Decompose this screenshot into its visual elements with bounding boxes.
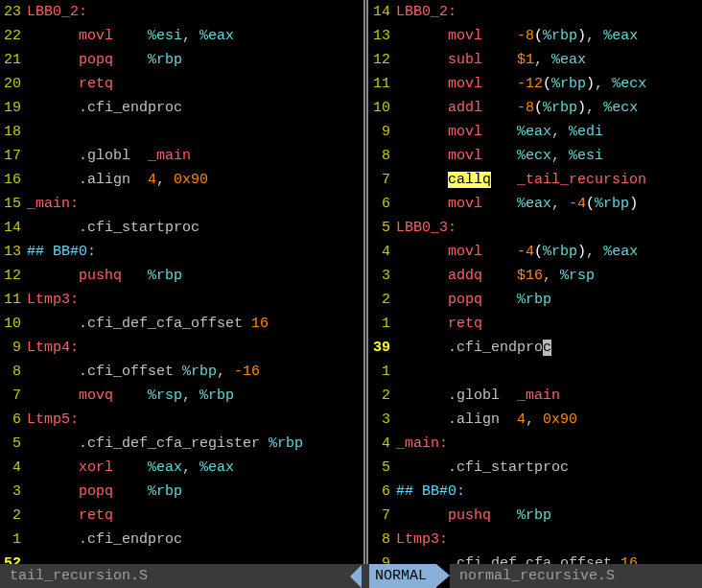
code-content: .align 4, 0x90 bbox=[396, 408, 702, 432]
code-line[interactable]: 3 .align 4, 0x90 bbox=[369, 408, 702, 432]
code-content: pushq %rbp bbox=[27, 264, 369, 288]
code-line[interactable]: 9 movl %eax, %edi bbox=[369, 120, 702, 144]
code-line[interactable]: 5 .cfi_def_cfa_register %rbp bbox=[0, 432, 369, 456]
code-line[interactable]: 6## BB#0: bbox=[369, 480, 702, 504]
code-line[interactable]: 10 .cfi_def_cfa_offset 16 bbox=[0, 312, 369, 336]
code-line[interactable]: 8 movl %ecx, %esi bbox=[369, 144, 702, 168]
code-content: xorl %eax, %eax bbox=[27, 456, 369, 480]
right-filename-tab[interactable]: normal_recursive.S bbox=[450, 564, 702, 588]
line-number: 17 bbox=[0, 144, 27, 168]
code-line[interactable]: 14 .cfi_startproc bbox=[0, 216, 369, 240]
code-content: callq _tail_recursion bbox=[396, 168, 702, 192]
line-number: 9 bbox=[369, 552, 396, 564]
line-number: 13 bbox=[0, 240, 27, 264]
line-number: 7 bbox=[369, 504, 396, 528]
code-line[interactable]: 19 .cfi_endproc bbox=[0, 96, 369, 120]
vim-mode-indicator: NORMAL bbox=[369, 564, 436, 588]
code-content: .cfi_offset %rbp, -16 bbox=[27, 360, 369, 384]
code-line[interactable]: 2 retq bbox=[0, 504, 369, 528]
code-content: popq %rbp bbox=[27, 48, 369, 72]
code-content: _main: bbox=[396, 432, 702, 456]
code-content: Ltmp3: bbox=[27, 288, 369, 312]
code-line[interactable]: 6Ltmp5: bbox=[0, 408, 369, 432]
left-filename: tail_recursion.S bbox=[10, 564, 148, 588]
line-number: 4 bbox=[369, 432, 396, 456]
code-line[interactable]: 13 movl -8(%rbp), %eax bbox=[369, 24, 702, 48]
line-number: 12 bbox=[0, 264, 27, 288]
code-line[interactable]: 8 .cfi_offset %rbp, -16 bbox=[0, 360, 369, 384]
line-number: 5 bbox=[0, 432, 27, 456]
line-number: 14 bbox=[369, 0, 396, 24]
code-content: retq bbox=[27, 504, 369, 528]
code-line[interactable]: 4 movl -4(%rbp), %eax bbox=[369, 240, 702, 264]
code-line[interactable]: 22 movl %esi, %eax bbox=[0, 24, 369, 48]
line-number: 5 bbox=[369, 216, 396, 240]
code-line[interactable]: 20 retq bbox=[0, 72, 369, 96]
left-filename-tab[interactable]: tail_recursion.S bbox=[0, 564, 369, 588]
line-number: 8 bbox=[369, 144, 396, 168]
code-line[interactable]: 2 .globl _main bbox=[369, 384, 702, 408]
code-line[interactable]: 7 callq _tail_recursion bbox=[369, 168, 702, 192]
code-line[interactable]: 1 .cfi_endproc bbox=[0, 528, 369, 552]
code-content: .cfi_startproc bbox=[27, 216, 369, 240]
code-content: ## BB#0: bbox=[396, 480, 702, 504]
line-number: 13 bbox=[369, 24, 396, 48]
code-line[interactable]: 4_main: bbox=[369, 432, 702, 456]
code-line[interactable]: 2 popq %rbp bbox=[369, 288, 702, 312]
code-line[interactable]: 5 .cfi_startproc bbox=[369, 456, 702, 480]
code-line[interactable]: 16 .align 4, 0x90 bbox=[0, 168, 369, 192]
code-line[interactable]: 7 pushq %rbp bbox=[369, 504, 702, 528]
line-number: 3 bbox=[0, 480, 27, 504]
right-filename: normal_recursive.S bbox=[459, 564, 615, 588]
code-line[interactable]: 13## BB#0: bbox=[0, 240, 369, 264]
code-content: .cfi_endproc bbox=[27, 528, 369, 552]
line-number: 6 bbox=[369, 192, 396, 216]
code-line[interactable]: 12 subl $1, %eax bbox=[369, 48, 702, 72]
code-line[interactable]: 9 .cfi_def_cfa_offset 16 bbox=[369, 552, 702, 564]
line-number: 6 bbox=[369, 480, 396, 504]
code-line[interactable]: 11Ltmp3: bbox=[0, 288, 369, 312]
code-content: popq %rbp bbox=[396, 288, 702, 312]
code-line[interactable]: 7 movq %rsp, %rbp bbox=[0, 384, 369, 408]
code-line[interactable]: 23LBB0_2: bbox=[0, 0, 369, 24]
code-content: Ltmp5: bbox=[27, 408, 369, 432]
line-number: 4 bbox=[0, 456, 27, 480]
code-content: .cfi_def_cfa_register %rbp bbox=[27, 432, 369, 456]
left-pane[interactable]: 23LBB0_2:22 movl %esi, %eax21 popq %rbp2… bbox=[0, 0, 369, 564]
code-line[interactable]: 3 popq %rbp bbox=[0, 480, 369, 504]
code-line[interactable]: 17 .globl _main bbox=[0, 144, 369, 168]
code-content: movl %ecx, %esi bbox=[396, 144, 702, 168]
code-content: retq bbox=[396, 312, 702, 336]
code-line[interactable]: 14LBB0_2: bbox=[369, 0, 702, 24]
code-line[interactable]: 4 xorl %eax, %eax bbox=[0, 456, 369, 480]
code-content: .cfi_def_cfa_offset 16 bbox=[27, 312, 369, 336]
code-line[interactable]: 10 addl -8(%rbp), %ecx bbox=[369, 96, 702, 120]
line-number: 9 bbox=[369, 120, 396, 144]
right-pane[interactable]: 14LBB0_2:13 movl -8(%rbp), %eax12 subl $… bbox=[369, 0, 702, 564]
code-content: movl %esi, %eax bbox=[27, 24, 369, 48]
line-number: 8 bbox=[369, 528, 396, 552]
code-line[interactable]: 6 movl %eax, -4(%rbp) bbox=[369, 192, 702, 216]
code-line[interactable]: 5LBB0_3: bbox=[369, 216, 702, 240]
code-line[interactable]: 11 movl -12(%rbp), %ecx bbox=[369, 72, 702, 96]
line-number: 19 bbox=[0, 96, 27, 120]
code-line[interactable]: 39 .cfi_endproc bbox=[369, 336, 702, 360]
line-number: 2 bbox=[369, 384, 396, 408]
code-line[interactable]: 21 popq %rbp bbox=[0, 48, 369, 72]
editor-split: 23LBB0_2:22 movl %esi, %eax21 popq %rbp2… bbox=[0, 0, 702, 564]
code-line[interactable]: 15_main: bbox=[0, 192, 369, 216]
code-line[interactable]: 9Ltmp4: bbox=[0, 336, 369, 360]
code-line[interactable]: 1 retq bbox=[369, 312, 702, 336]
code-line[interactable]: 1 bbox=[369, 360, 702, 384]
code-content: subl $1, %eax bbox=[396, 48, 702, 72]
code-line[interactable]: 3 addq $16, %rsp bbox=[369, 264, 702, 288]
vertical-split-divider[interactable] bbox=[362, 0, 370, 564]
code-line[interactable]: 8Ltmp3: bbox=[369, 528, 702, 552]
code-line[interactable]: 18 bbox=[0, 120, 369, 144]
current-line-indicator: 52 bbox=[0, 552, 369, 564]
line-number: 5 bbox=[369, 456, 396, 480]
line-number: 6 bbox=[0, 408, 27, 432]
code-content: .cfi_endproc bbox=[396, 336, 702, 360]
code-line[interactable]: 12 pushq %rbp bbox=[0, 264, 369, 288]
line-number: 12 bbox=[369, 48, 396, 72]
